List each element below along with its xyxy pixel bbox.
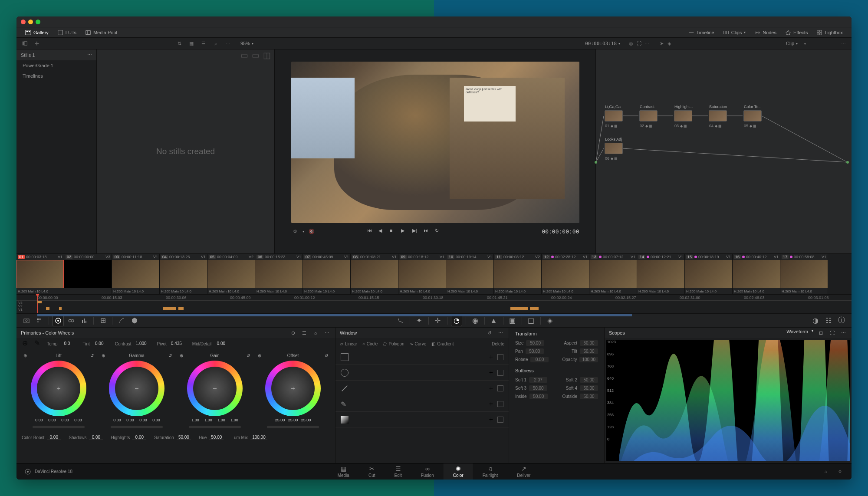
mute-button[interactable]: 🔇: [308, 227, 316, 235]
page-media[interactable]: ▦Media: [328, 463, 359, 480]
clip-thumbnail[interactable]: [589, 260, 637, 288]
shape-row-gradient[interactable]: +: [335, 412, 509, 427]
clip-03[interactable]: 0300:00:11:18V1H.265 Main 10 L4.0: [112, 254, 160, 294]
clip-thumbnail[interactable]: [733, 260, 780, 288]
polygon-tool[interactable]: ⬠Polygon: [383, 342, 404, 346]
last-frame-button[interactable]: ⏭: [424, 228, 431, 235]
log-mode-button[interactable]: ⌕: [312, 329, 319, 337]
soft3-value[interactable]: 50.00: [529, 385, 547, 391]
wheel-reset-icon[interactable]: ↺: [325, 353, 328, 358]
prev-frame-button[interactable]: ◀: [378, 228, 385, 235]
wheel-values[interactable]: 25.0025.0025.00: [274, 418, 312, 422]
clip-09[interactable]: 0900:00:18:12V1H.265 Main 10 L4.0: [398, 254, 446, 294]
clip-08[interactable]: 0800:01:08:21V1H.265 Main 10 L4.0: [351, 254, 398, 294]
node-02[interactable]: Contrast02 ◆ ▦: [639, 110, 658, 122]
page-fusion[interactable]: ∞Fusion: [411, 463, 444, 480]
add-still-button[interactable]: [33, 39, 41, 47]
expand-button[interactable]: ⛶: [635, 39, 643, 47]
scope-mode[interactable]: Waveform: [786, 329, 808, 337]
toggle-icon[interactable]: [497, 385, 503, 391]
clip-thumbnail[interactable]: [351, 260, 398, 288]
maximize-button[interactable]: [36, 20, 40, 24]
plus-icon[interactable]: +: [489, 353, 493, 361]
viewer-settings-icon[interactable]: ⚙: [291, 227, 299, 235]
clip-thumbnail[interactable]: [637, 260, 684, 288]
inside-value[interactable]: 50.00: [529, 394, 548, 399]
search-button[interactable]: ⌕: [212, 39, 220, 47]
wheel-picker-icon[interactable]: ⊕: [102, 353, 105, 358]
clip-thumbnail[interactable]: [780, 260, 828, 288]
clip-thumbnail[interactable]: [160, 260, 207, 288]
play-button[interactable]: ▶: [401, 228, 408, 235]
viewer-image[interactable]: aren't vlogs just selfies with outtakes?: [291, 62, 579, 223]
clip-thumbnail[interactable]: [303, 260, 350, 288]
gallery-view-1[interactable]: ▭: [240, 51, 248, 59]
scopes-more[interactable]: ⋯: [839, 329, 847, 337]
clip-02[interactable]: 0200:00:00:00V3: [64, 254, 112, 294]
clip-05[interactable]: 0500:00:04:09V2H.265 Main 10 L4.0: [207, 254, 255, 294]
clip-01[interactable]: 0100:00:03:18V1H.265 Main 10 L4.0: [16, 254, 64, 294]
wheel-slider[interactable]: [111, 426, 163, 428]
shape-row-line[interactable]: +: [335, 381, 509, 396]
home-button[interactable]: ⌂: [822, 468, 830, 476]
plus-icon[interactable]: +: [489, 369, 493, 377]
wheel-values[interactable]: 0.000.000.000.00: [33, 418, 84, 422]
wheel-values[interactable]: 0.000.000.000.00: [111, 418, 162, 422]
shape-row-circle[interactable]: +: [335, 365, 509, 381]
gallery-view-3[interactable]: ◫: [263, 51, 271, 59]
clip-06[interactable]: 0600:00:15:23V1H.265 Main 10 L4.0: [255, 254, 303, 294]
middetail-value[interactable]: 0.00: [214, 341, 228, 346]
plus-icon[interactable]: +: [489, 416, 493, 424]
wheel-picker-icon[interactable]: ⊕: [23, 353, 27, 358]
list-view-button[interactable]: ☰: [200, 39, 207, 47]
clip-14[interactable]: 1400:00:12:21V1H.265 Main 10 L4.0: [637, 254, 685, 294]
timeline-tab[interactable]: Timeline: [684, 27, 719, 37]
gallery-view-2[interactable]: ▭: [252, 51, 260, 59]
wheel-picker-icon[interactable]: ⊕: [180, 353, 183, 358]
clips-tab[interactable]: Clips ▾: [719, 27, 750, 37]
close-button[interactable]: [21, 20, 26, 24]
highlights-value[interactable]: 0.00: [132, 435, 146, 440]
camera-raw-tool[interactable]: [21, 315, 32, 326]
aspect-value[interactable]: 50.00: [580, 340, 598, 346]
first-frame-button[interactable]: ⏮: [367, 228, 374, 235]
clip-thumbnail[interactable]: [398, 260, 446, 288]
outside-value[interactable]: 50.00: [580, 394, 598, 399]
clip-13[interactable]: 1300:00:07:12V1H.265 Main 10 L4.0: [589, 254, 637, 294]
clip-thumbnail[interactable]: [542, 260, 589, 288]
clip-thumbnail[interactable]: [255, 260, 302, 288]
size-value[interactable]: 50.00: [526, 340, 544, 346]
node-01[interactable]: Li,Ga,Ga01 ◆ ▦: [605, 110, 623, 122]
sidebar-powergrade[interactable]: PowerGrade 1: [16, 60, 96, 71]
node-03[interactable]: Highlight...03 ◆ ▦: [674, 110, 692, 122]
page-fairlight[interactable]: ♫Fairlight: [473, 463, 508, 480]
node-status-dot[interactable]: ●: [801, 39, 809, 47]
circle-tool[interactable]: ○Circle: [362, 342, 378, 346]
minimize-button[interactable]: [28, 20, 33, 24]
tilt-value[interactable]: 50.00: [580, 348, 598, 354]
clip-thumbnail[interactable]: [112, 260, 159, 288]
window-reset[interactable]: ↺: [485, 329, 493, 337]
node-graph[interactable]: Li,Ga,Ga01 ◆ ▦Contrast02 ◆ ▦Highlight...…: [595, 49, 852, 253]
wheel-slider[interactable]: [267, 426, 319, 428]
project-settings-button[interactable]: ⚙: [836, 468, 844, 476]
node-06[interactable]: Looks Adj06 ◆ ▦: [605, 143, 623, 154]
pivot-value[interactable]: 0.435: [169, 341, 184, 346]
page-cut[interactable]: ✂Cut: [359, 463, 385, 480]
wheel-reset-icon[interactable]: ↺: [247, 353, 250, 358]
shape-row-pen[interactable]: ✎+: [335, 396, 509, 412]
picker-button[interactable]: ✎: [33, 339, 41, 347]
clip-04[interactable]: 0400:00:13:26V1H.265 Main 10 L4.0: [160, 254, 207, 294]
sort-button[interactable]: ⇅: [175, 39, 183, 47]
scopes-expand[interactable]: ⛶: [828, 329, 836, 337]
opacity-value[interactable]: 100.00: [579, 357, 598, 362]
more-icon[interactable]: ⋯: [87, 52, 92, 58]
media-pool-tab[interactable]: Media Pool: [81, 27, 122, 37]
node-tool[interactable]: ◈: [665, 39, 673, 47]
gallery-tab[interactable]: Gallery: [21, 27, 53, 37]
toggle-icon[interactable]: [497, 354, 503, 360]
clip-thumbnail[interactable]: [64, 260, 112, 288]
wheel-slider[interactable]: [189, 426, 241, 428]
color-wheel[interactable]: [187, 361, 243, 416]
contrast-value[interactable]: 1.000: [134, 341, 148, 346]
